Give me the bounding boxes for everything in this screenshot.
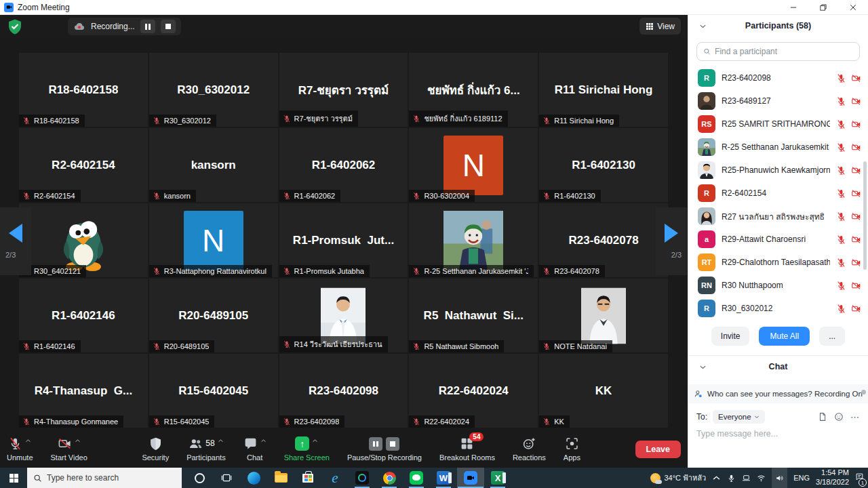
unmute-button[interactable]: Unmute [7, 436, 33, 462]
participant-row[interactable]: R25-Phanuwich Kaewkamjornchai [688, 159, 868, 182]
participant-row[interactable]: R23-6489127 [688, 89, 868, 113]
notification-center-button[interactable]: 1 [855, 472, 864, 484]
chevron-up-icon[interactable] [218, 438, 224, 444]
zoom-taskbar-button[interactable] [457, 468, 484, 488]
video-tile[interactable]: R23-6402098 R23-6402098 [279, 354, 408, 428]
video-tile[interactable]: R15-6402045 R15-6402045 [149, 354, 278, 428]
file-explorer-button[interactable] [267, 468, 294, 488]
video-tile[interactable]: R5 Nathawut Si... R5 Nathawut Sibmooh [409, 279, 538, 352]
video-tile[interactable]: R4-Thanasup G... R4-Thanasup Gonmanee [19, 354, 148, 428]
tray-network-icon[interactable] [757, 474, 766, 483]
cortana-button[interactable] [186, 468, 213, 488]
encryption-shield-icon[interactable] [7, 18, 23, 35]
reactions-button[interactable]: Reactions [513, 436, 546, 462]
line-button[interactable] [403, 468, 430, 488]
file-attach-icon[interactable] [818, 412, 827, 422]
task-view-button[interactable] [213, 468, 240, 488]
participant-row[interactable]: a R29-Attawit Charoensri [688, 228, 868, 251]
breakout-rooms-button[interactable]: 54 Breakout Rooms [439, 436, 495, 462]
restore-button[interactable] [808, 0, 838, 15]
taskbar-search-input[interactable] [47, 473, 176, 483]
participant-row[interactable]: R-25 Setthanan Jarukasemkit 'Joe' [688, 136, 868, 159]
chevron-up-icon[interactable] [25, 438, 31, 444]
pause-recording-button[interactable] [140, 20, 155, 33]
start-button[interactable] [0, 468, 27, 488]
participant-row[interactable]: RN R30 Nutthapoom [688, 274, 868, 297]
apps-button[interactable]: Apps [564, 436, 580, 462]
video-tile[interactable]: R1-6402130 R1-6402130 [539, 128, 668, 202]
chevron-up-icon[interactable] [260, 438, 267, 444]
recipient-dropdown[interactable]: Everyone [713, 410, 765, 424]
video-tile[interactable]: N R30-6302004 [409, 128, 538, 202]
view-button[interactable]: View [639, 18, 681, 35]
taskbar-search[interactable] [27, 468, 182, 488]
weather-widget[interactable]: 34°C ฟ้าหลัว [650, 472, 706, 484]
video-tile[interactable]: R-25 Setthanan Jarukasemkit 'Joe' [409, 203, 538, 277]
video-tile[interactable]: kansorn kansorn [149, 128, 278, 202]
stop-recording-button[interactable] [161, 20, 176, 33]
tray-mic-icon[interactable] [727, 474, 736, 483]
internet-explorer-button[interactable]: e [321, 468, 349, 488]
stop-recording-icon[interactable] [386, 437, 399, 451]
video-tile[interactable]: KK KK [539, 354, 668, 428]
video-tile[interactable]: R1-6402062 R1-6402062 [279, 128, 408, 202]
chat-message-input[interactable] [696, 429, 862, 439]
emoji-icon[interactable] [834, 412, 844, 422]
chevron-up-icon[interactable] [75, 438, 81, 444]
video-tile[interactable]: R11 Sirichai Hong R11 Sirichai Hong [539, 53, 668, 127]
word-button[interactable]: W [430, 468, 457, 488]
video-tile[interactable]: R7-ชยุตรา วรรุตม์ R7-ชยุตรา วรรุตม์ [279, 53, 408, 127]
minimize-button[interactable] [778, 0, 808, 15]
pause-recording-icon[interactable] [369, 437, 382, 451]
video-tile[interactable]: R2-6402154 R2-6402154 [19, 128, 148, 202]
mute-all-button[interactable]: Mute All [759, 327, 810, 346]
video-tile[interactable]: R1-6402146 R1-6402146 [19, 279, 148, 352]
video-tile[interactable]: R1-Promsuk Jut... R1-Promsuk Jutabha [279, 203, 408, 277]
video-tile[interactable]: R30_6402121 [19, 203, 148, 277]
video-tile[interactable]: N R3-Nattaphong Rattanavirotkul [149, 203, 278, 277]
leave-button[interactable]: Leave [635, 441, 681, 458]
edge-button[interactable] [240, 468, 267, 488]
store-button[interactable] [294, 468, 321, 488]
participant-row[interactable]: R R30_6302012 [688, 297, 868, 320]
video-tile[interactable]: R14 วีระวัฒน์ เธียรประธาน [279, 279, 408, 352]
pause-stop-recording-button[interactable]: Pause/Stop Recording [347, 436, 422, 462]
tray-volume-button[interactable] [772, 468, 787, 488]
video-tile[interactable]: R18-6402158 R18-6402158 [19, 53, 148, 127]
chrome-button[interactable] [376, 468, 403, 488]
video-tile[interactable]: R22-6402024 R22-6402024 [409, 354, 538, 428]
participant-row[interactable]: RS R25 SAMRIT SRITHAMRONGSA... [688, 113, 868, 136]
chat-button[interactable]: Chat [243, 436, 267, 462]
webex-button[interactable] [349, 468, 376, 488]
security-button[interactable]: Security [142, 436, 169, 462]
start-video-button[interactable]: Start Video [51, 436, 87, 462]
video-tile[interactable]: R20-6489105 R20-6489105 [149, 279, 278, 352]
close-button[interactable] [838, 0, 868, 15]
video-tile[interactable]: NOTE Natdanai [539, 279, 668, 352]
video-tile[interactable]: ชยพัทธ์ กิ่งแก้ว 6... ชยพัทธ์ กิ่งแก้ว 6… [409, 53, 538, 127]
participant-row[interactable]: R R23-6402098 [688, 66, 868, 89]
chat-scrollbar-thumb[interactable] [861, 390, 866, 394]
participants-button[interactable]: 58 Participants [186, 436, 225, 462]
previous-page-button[interactable]: 2/3 [0, 207, 31, 275]
participant-row[interactable]: R R2-6402154 [688, 182, 868, 205]
next-page-button[interactable]: 2/3 [656, 207, 687, 275]
chevron-up-icon[interactable] [312, 438, 318, 444]
participant-row[interactable]: R27 นวลกันยา สถิรพงษะสุทธิ [688, 205, 868, 228]
collapse-chevron-icon[interactable] [699, 22, 707, 30]
share-screen-button[interactable]: ↑ Share Screen [284, 436, 330, 462]
participant-row[interactable]: RT R29-Chalothorn Taesilapasathit [688, 251, 868, 274]
video-tile[interactable]: R30_6302012 R30_6302012 [149, 53, 278, 127]
video-tile[interactable]: R23-6402078 R23-6402078 [539, 203, 668, 277]
language-indicator[interactable]: ENG [793, 474, 810, 482]
chat-privacy-notice[interactable]: Who can see your messages? Recording On [688, 384, 868, 403]
taskbar-clock[interactable]: 1:54 PM 3/18/2022 [816, 468, 849, 487]
tray-chevron-icon[interactable] [712, 474, 721, 483]
collapse-chevron-icon[interactable] [699, 363, 707, 371]
tray-device-icon[interactable] [742, 474, 751, 483]
panel-scrollbar[interactable] [863, 161, 867, 270]
participant-search-input[interactable] [715, 47, 853, 56]
participant-search[interactable] [696, 42, 860, 61]
participants-more-button[interactable]: ... [819, 327, 845, 346]
chat-more-icon[interactable]: ⋯ [850, 412, 860, 422]
